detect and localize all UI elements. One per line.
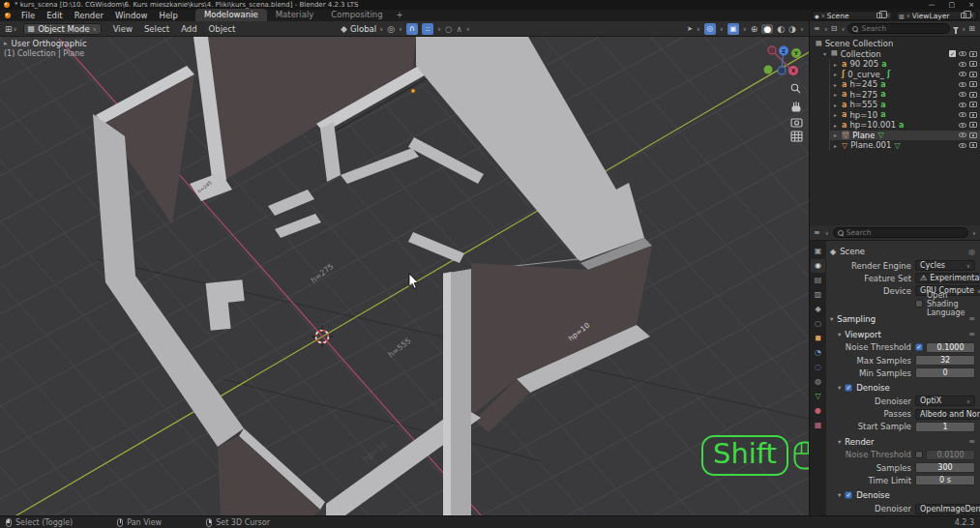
viewport-denoise-header[interactable]: ▾ ✓ Denoise [830, 381, 975, 395]
disable-render-camera-icon[interactable] [969, 51, 977, 57]
proportional-falloff-dropdown[interactable]: ∧ [457, 24, 462, 34]
expand-icon[interactable]: ▸ [834, 132, 839, 138]
minimize-button[interactable]: — [929, 0, 935, 10]
disable-render-camera-icon[interactable] [969, 132, 977, 138]
disable-render-camera-icon[interactable] [969, 81, 977, 87]
menu-help[interactable]: Help [153, 10, 183, 21]
hide-eye-icon[interactable] [959, 123, 966, 128]
osl-checkbox[interactable] [915, 300, 923, 308]
preset-menu-icon[interactable]: ≡ [968, 330, 975, 338]
tab-constraints-icon[interactable]: ◍ [811, 375, 825, 389]
tab-render-icon[interactable]: ◉ [811, 259, 825, 273]
tab-modifiers-icon[interactable]: ◔ [811, 346, 825, 360]
hide-eye-icon[interactable] [959, 112, 966, 117]
disable-render-camera-icon[interactable] [969, 122, 977, 128]
filter-icon[interactable] [953, 27, 959, 31]
transform-orientation-dropdown[interactable]: Global ∨ [341, 24, 383, 34]
tab-world-icon[interactable]: ○ [811, 317, 825, 331]
preset-menu-icon[interactable]: ≡ [968, 437, 975, 446]
expand-icon[interactable]: ▸ [834, 91, 839, 98]
outliner-item[interactable]: ▸ a h=275 a [830, 90, 980, 101]
add-workspace-button[interactable]: + [392, 9, 408, 21]
samples-field[interactable]: 300 [915, 462, 975, 473]
gizmo-neg-z-ball[interactable] [778, 67, 786, 74]
outliner-item[interactable]: ▸ a hp=10.001 a [830, 120, 980, 131]
r-denoiser-dropdown[interactable]: OpenImageDenoise∨ [915, 504, 980, 514]
disable-render-camera-icon[interactable] [969, 102, 977, 107]
outliner-search-input[interactable] [861, 24, 945, 33]
r-denoise-checkbox[interactable]: ✓ [845, 491, 852, 499]
outliner-display-mode-icon[interactable]: ⊟ [831, 24, 838, 33]
scene-selector[interactable]: ◆ ∨ Scene × [812, 11, 893, 20]
pivot-point-dropdown[interactable]: ◎ [387, 24, 395, 34]
expand-icon[interactable]: ▸ [834, 61, 839, 68]
tab-texture-icon[interactable]: ▦ [811, 419, 825, 432]
menu-window[interactable]: Window [109, 10, 154, 21]
menu-object[interactable]: Object [203, 24, 242, 34]
expand-icon[interactable]: ▸ [834, 111, 839, 118]
expand-icon[interactable]: ▸ [834, 122, 839, 129]
r-noise-threshold-field[interactable]: 0.0100 [926, 450, 975, 460]
xray-toggle[interactable]: ▣ [728, 23, 739, 35]
gizmo-neg-y-ball[interactable] [764, 66, 773, 74]
disable-render-camera-icon[interactable] [969, 72, 977, 77]
tab-object-data-icon[interactable]: ▽ [811, 390, 825, 403]
disable-render-camera-icon[interactable] [969, 92, 977, 98]
menu-edit[interactable]: Edit [41, 10, 68, 21]
hide-eye-icon[interactable] [959, 132, 966, 137]
expand-icon[interactable]: ▸ [834, 142, 839, 149]
show-gizmo-dropdown[interactable]: ➤ [687, 25, 693, 33]
workspace-tab-materialy[interactable]: Materialy [267, 9, 323, 21]
mode-dropdown[interactable]: ▦ Object Mode ∨ [23, 23, 102, 35]
menu-view[interactable]: View [107, 24, 138, 34]
hide-eye-icon[interactable] [959, 62, 966, 67]
editor-type-icon[interactable]: ⊞ [5, 24, 13, 34]
pan-hand-icon[interactable] [792, 102, 800, 111]
properties-editor-icon[interactable]: ≡ [814, 228, 820, 237]
min-samples-field[interactable]: 0 [915, 367, 975, 378]
vp-denoiser-dropdown[interactable]: OptiX∨ [915, 396, 975, 406]
r-noise-threshold-checkbox[interactable] [915, 451, 923, 458]
render-denoise-header[interactable]: ▾ ✓ Denoise [830, 488, 975, 502]
expand-icon[interactable]: ▸ [834, 102, 839, 108]
maximize-button[interactable]: ▢ [949, 0, 956, 10]
vp-denoise-checkbox[interactable]: ✓ [845, 384, 852, 392]
new-viewlayer-icon[interactable] [961, 13, 966, 18]
hide-eye-icon[interactable] [959, 143, 966, 148]
outliner-item[interactable]: ▸ a h=245 a [830, 79, 980, 90]
start-sample-field[interactable]: 1 [915, 422, 975, 432]
disable-render-camera-icon[interactable] [969, 112, 977, 118]
collapse-icon[interactable]: ▾ [823, 50, 828, 57]
outliner-row-collection[interactable]: ▾ ▤ Collection ✓ [810, 49, 980, 60]
tab-physics-icon[interactable]: ◌ [811, 361, 825, 374]
workspace-tab-compositing[interactable]: Compositing [322, 9, 391, 21]
tab-viewlayer-icon[interactable]: ▥ [811, 288, 825, 302]
disable-render-camera-icon[interactable] [969, 142, 977, 148]
viewport-subsection-header[interactable]: ▾ Viewport ≡ [830, 328, 975, 341]
gizmo-neg-x-ball[interactable] [768, 46, 776, 54]
disable-render-camera-icon[interactable] [969, 61, 977, 67]
snap-toggle[interactable]: ∩ [406, 23, 418, 35]
menu-file[interactable]: File [15, 10, 41, 21]
outliner-item-active[interactable]: ▸ ▽ Plane ▽ [830, 131, 980, 141]
expand-icon[interactable]: ▸ [834, 71, 839, 77]
snap-target-dropdown[interactable]: :: [422, 23, 433, 35]
vp-noise-threshold-field[interactable]: 0.1000 [926, 342, 975, 353]
show-overlays-toggle[interactable]: ◎ [704, 23, 716, 35]
time-limit-field[interactable]: 0 s [915, 475, 975, 485]
render-engine-dropdown[interactable]: Cycles∨ [915, 260, 975, 271]
shading-rendered-button[interactable]: ◑ [788, 24, 796, 34]
shading-solid-button[interactable]: ● [761, 24, 773, 34]
passes-dropdown[interactable]: Albedo and Normal∨ [915, 409, 980, 420]
outliner-item[interactable]: ▸ a h=555 a [830, 100, 980, 110]
new-scene-icon[interactable] [876, 13, 882, 18]
outliner-item[interactable]: ▸ ▽ Plane.001 ▽ [830, 140, 980, 151]
close-button[interactable]: × [968, 0, 974, 10]
shading-wireframe-button[interactable]: ⊕ [751, 24, 758, 34]
hide-eye-icon[interactable] [959, 103, 966, 107]
hide-eye-icon[interactable] [959, 92, 966, 97]
hide-eye-icon[interactable] [959, 51, 966, 56]
menu-add[interactable]: Add [175, 24, 202, 34]
tab-object-icon[interactable]: ◼ [811, 332, 825, 345]
viewlayer-selector[interactable]: ▥ ∨ ViewLayer × [896, 11, 977, 20]
